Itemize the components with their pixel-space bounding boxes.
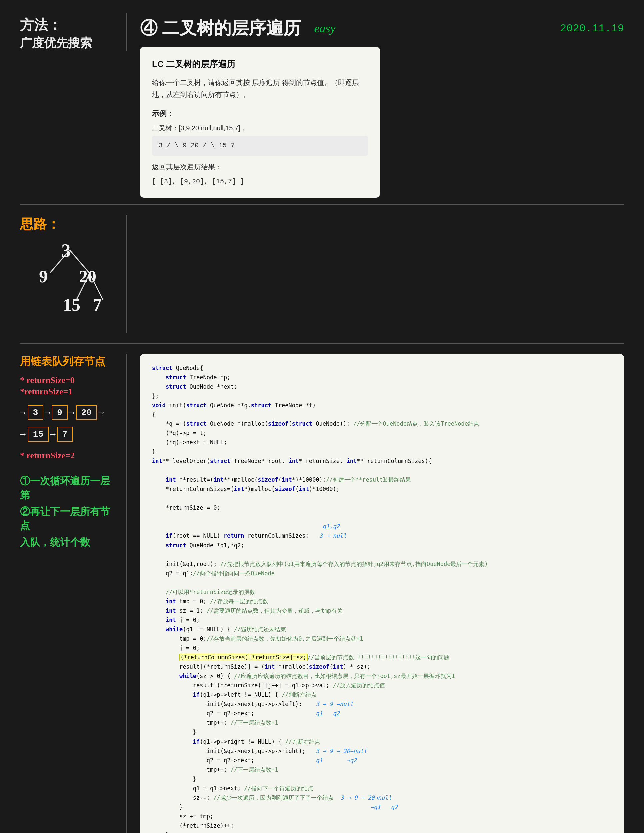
arrow-1: → xyxy=(45,407,50,418)
return-size-1: *returnSize=1 xyxy=(20,386,119,397)
step-3: 入队，统计个数 xyxy=(20,536,119,550)
step-2: ②再让下一层所有节点 xyxy=(20,505,119,533)
queue-box-9: 9 xyxy=(52,405,68,420)
arrow-3: → xyxy=(98,407,104,418)
thought-label: 思路： xyxy=(20,215,60,233)
return-size-2: * returnSize=2 xyxy=(20,451,119,461)
queue-box-15: 15 xyxy=(28,427,49,442)
example-label: 示例： xyxy=(152,107,368,120)
tree-diagram: 3 / \ 9 20 / \ 15 7 xyxy=(152,136,368,156)
node-3: 3 xyxy=(61,240,71,261)
bottom-row: 用链表队列存节点 * returnSize=0 *returnSize=1 → … xyxy=(20,344,624,833)
tree-diagram-visual: 3 9 20 15 7 xyxy=(23,240,116,333)
queue-box-3: 3 xyxy=(28,405,43,420)
left-panel-middle: 思路： 3 9 20 15 7 xyxy=(20,215,127,333)
arrow-2: → xyxy=(69,407,75,418)
step-1: ①一次循环遍历一层第 xyxy=(20,474,119,502)
page-title: ④ 二叉树的层序遍历 xyxy=(140,17,301,40)
method-title: 方法： xyxy=(20,17,116,33)
code-card: struct QueNode{ struct TreeNode *p; stru… xyxy=(140,354,624,833)
left-panel-bottom: 用链表队列存节点 * returnSize=0 *returnSize=1 → … xyxy=(20,354,127,833)
return-size-0: * returnSize=0 xyxy=(20,375,119,385)
arrow-4: → xyxy=(50,429,56,440)
problem-card-title: LC 二叉树的层序遍历 xyxy=(152,57,368,71)
queue-diagram-1: → 3 → 9 → 20 → xyxy=(20,405,119,420)
date-text: 2020.11.19 xyxy=(560,23,624,35)
queue-box-20: 20 xyxy=(76,405,97,420)
queue-label: 用链表队列存节点 xyxy=(20,354,119,369)
method-subtitle: 广度优先搜索 xyxy=(20,36,116,50)
problem-desc: 给你一个二叉树，请你返回其按 层序遍历 得到的节点值。（即逐层地，从左到右访问所… xyxy=(152,77,368,100)
result-display: [ [3], [9,20], [15,7] ] xyxy=(152,175,368,188)
code-content: struct QueNode{ struct TreeNode *p; stru… xyxy=(152,363,612,833)
left-panel-header: 方法： 广度优先搜索 xyxy=(20,13,127,51)
tree-input-label: 二叉树：[3,9,20,null,null,15,7]， xyxy=(152,122,368,133)
node-20: 20 xyxy=(79,267,97,286)
result-label: 返回其层次遍历结果： xyxy=(152,161,368,173)
difficulty-badge: easy xyxy=(314,21,335,35)
node-7: 7 xyxy=(93,295,101,315)
queue-diagram-2: → 15 → 7 xyxy=(20,427,119,442)
right-panel-middle xyxy=(127,215,624,333)
node-15: 15 xyxy=(63,295,80,315)
problem-card: LC 二叉树的层序遍历 给你一个二叉树，请你返回其按 层序遍历 得到的节点值。（… xyxy=(140,47,380,198)
right-panel-header: ④ 二叉树的层序遍历 easy 2020.11.19 LC 二叉树的层序遍历 给… xyxy=(127,13,624,198)
middle-row: 思路： 3 9 20 15 7 xyxy=(20,205,624,344)
return-size-notes: * returnSize=0 *returnSize=1 xyxy=(20,375,119,397)
title-row: ④ 二叉树的层序遍历 easy 2020.11.19 xyxy=(140,17,624,40)
node-9: 9 xyxy=(39,267,48,286)
steps: ①一次循环遍历一层第 ②再让下一层所有节点 入队，统计个数 xyxy=(20,474,119,550)
right-panel-bottom: struct QueNode{ struct TreeNode *p; stru… xyxy=(127,354,624,833)
queue-box-7: 7 xyxy=(57,427,73,442)
page-container: 方法： 广度优先搜索 ④ 二叉树的层序遍历 easy 2020.11.19 LC… xyxy=(0,0,644,833)
header-row: 方法： 广度优先搜索 ④ 二叉树的层序遍历 easy 2020.11.19 LC… xyxy=(20,13,624,205)
